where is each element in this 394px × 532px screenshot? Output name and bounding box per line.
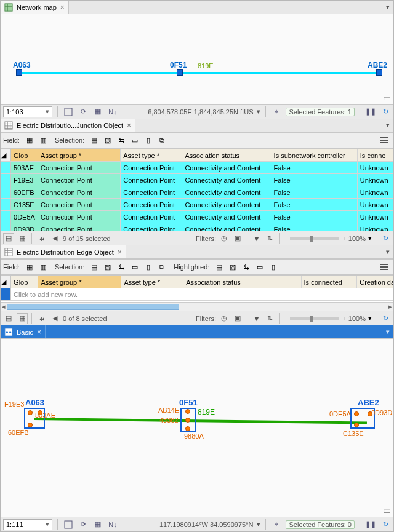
zoom-plus[interactable]: + [342, 315, 345, 322]
close-icon[interactable]: × [118, 248, 122, 256]
pan-tool-icon[interactable] [63, 106, 74, 117]
close-icon[interactable]: × [37, 328, 41, 336]
diag-point[interactable] [28, 410, 33, 415]
close-icon[interactable]: × [60, 3, 65, 12]
panel-menu-caret[interactable]: ▾ [382, 325, 393, 338]
copy-sel-icon[interactable]: ⧉ [156, 261, 168, 273]
pause-icon[interactable]: ❚❚ [365, 519, 376, 530]
refresh-icon[interactable]: ↻ [380, 106, 391, 117]
col-assoc-status[interactable]: Association status [183, 276, 301, 288]
map-node-b[interactable] [177, 69, 183, 76]
first-record-icon[interactable]: ⏮ [36, 313, 47, 324]
map-node-c[interactable] [376, 69, 382, 76]
filter-funnel-icon[interactable]: ▼ [251, 313, 262, 324]
grid-tool-icon[interactable]: ▦ [92, 106, 103, 117]
table-row[interactable]: C135EConnection PointConnection PointCon… [1, 199, 394, 211]
diag-point[interactable] [354, 423, 359, 427]
hl1-icon[interactable]: ▤ [213, 261, 225, 273]
col-is-connected[interactable]: Is connected [301, 276, 357, 288]
hl4-icon[interactable]: ▭ [254, 261, 266, 273]
add-row-placeholder[interactable]: Click to add new row. [11, 288, 393, 301]
diag-point[interactable] [185, 426, 190, 431]
selection-anchor-icon[interactable]: ⌖ [271, 519, 282, 530]
north-icon[interactable]: N↓ [107, 106, 118, 117]
delete-sel-icon[interactable]: ▯ [142, 134, 155, 146]
menu-icon[interactable] [377, 133, 391, 147]
zoom-slider[interactable] [290, 237, 339, 240]
show-sel-icon[interactable]: ▦ [17, 233, 28, 244]
tab-edge-table[interactable]: Electric Distribution Edge Object × [1, 245, 126, 258]
hl2-icon[interactable]: ▧ [227, 261, 239, 273]
col-asset-group[interactable]: Asset group * [38, 149, 121, 162]
diag-point[interactable] [185, 409, 190, 414]
zoom-minus[interactable]: − [284, 235, 287, 242]
show-all-icon[interactable]: ▤ [3, 313, 14, 324]
zoom-minus[interactable]: − [284, 315, 287, 322]
filter-extent-icon[interactable]: ▣ [232, 313, 243, 324]
hl5-icon[interactable]: ▯ [267, 261, 279, 273]
clear-sel-icon[interactable]: ▭ [129, 261, 141, 273]
hl3-icon[interactable]: ⇆ [240, 261, 252, 273]
zoom-to-sel-icon[interactable]: ▧ [102, 134, 114, 146]
sort-icon[interactable]: ⇅ [265, 233, 276, 244]
table-row[interactable]: 0D93DConnection PointConnection PointCon… [1, 223, 394, 231]
prev-record-icon[interactable]: ◀ [49, 313, 60, 324]
bookmark-icon[interactable]: ▭ [383, 93, 391, 103]
panel-menu-caret[interactable]: ▾ [382, 1, 393, 14]
chevron-down-icon[interactable]: ▾ [368, 234, 372, 242]
selected-features-label[interactable]: Selected Features: 1 [286, 108, 355, 116]
col-assoc-status[interactable]: Association status [182, 149, 271, 162]
menu-icon[interactable] [377, 260, 391, 274]
first-record-icon[interactable]: ⏮ [36, 233, 47, 244]
filter-funnel-icon[interactable]: ▼ [251, 233, 262, 244]
grid-tool-icon[interactable]: ▦ [92, 519, 103, 530]
row-marker-header[interactable]: ◢ [1, 149, 11, 162]
map-node-a[interactable] [16, 69, 22, 76]
col-asset-type[interactable]: Asset type * [121, 149, 182, 162]
tab-diagram[interactable]: Basic × [1, 325, 46, 338]
col-asset-group[interactable]: Asset group * [38, 276, 121, 288]
field-calc-icon[interactable]: ▥ [37, 261, 49, 273]
copy-sel-icon[interactable]: ⧉ [156, 134, 168, 146]
edge-table[interactable]: ◢ Glob Asset group * Asset type * Associ… [1, 275, 393, 302]
diag-point[interactable] [185, 418, 190, 423]
delete-sel-icon[interactable]: ▯ [142, 261, 155, 273]
diag-point[interactable] [354, 411, 359, 416]
diag-point[interactable] [28, 423, 33, 427]
bookmark-icon[interactable]: ▭ [383, 506, 391, 515]
refresh-icon[interactable]: ↻ [380, 233, 391, 244]
panel-menu-caret[interactable]: ▾ [382, 119, 393, 132]
table-row[interactable]: 503AEConnection PointConnection PointCon… [1, 162, 394, 174]
col-glob[interactable]: Glob [11, 149, 38, 162]
refresh-icon[interactable]: ↻ [380, 519, 391, 530]
filter-extent-icon[interactable]: ▣ [232, 233, 243, 244]
table-row[interactable]: 0DE5AConnection PointConnection PointCon… [1, 211, 394, 223]
prev-record-icon[interactable]: ◀ [49, 233, 60, 244]
col-creation-date[interactable]: Creation date [357, 276, 393, 288]
col-glob[interactable]: Glob [11, 276, 38, 288]
rotate-tool-icon[interactable]: ⟳ [78, 106, 89, 117]
close-icon[interactable]: × [127, 121, 131, 130]
hscrollbar[interactable]: ◂▸ [1, 302, 393, 311]
chevron-down-icon[interactable]: ▾ [257, 520, 260, 528]
chevron-down-icon[interactable]: ▾ [257, 108, 260, 116]
pan-tool-icon[interactable] [63, 519, 74, 530]
switch-sel-icon[interactable]: ⇆ [115, 134, 127, 146]
table-row[interactable]: 60EFBConnection PointConnection PointCon… [1, 186, 394, 199]
field-add-icon[interactable]: ▦ [23, 134, 36, 146]
row-marker-header[interactable]: ◢ [1, 276, 11, 288]
north-icon[interactable]: N↓ [107, 519, 118, 530]
pause-icon[interactable]: ❚❚ [365, 106, 376, 117]
junction-table[interactable]: ◢ Glob Asset group * Asset type * Associ… [1, 148, 393, 231]
col-subnet-ctrl[interactable]: Is subnetwork controller [271, 149, 357, 162]
panel-menu-caret[interactable]: ▾ [382, 245, 393, 258]
field-calc-icon[interactable]: ▥ [37, 134, 49, 146]
filter-time-icon[interactable]: ◷ [219, 233, 230, 244]
selection-anchor-icon[interactable]: ⌖ [271, 106, 282, 117]
zoom-to-sel-icon[interactable]: ▧ [102, 261, 114, 273]
rotate-tool-icon[interactable]: ⟳ [78, 519, 89, 530]
filter-time-icon[interactable]: ◷ [219, 313, 230, 324]
tab-network-map[interactable]: Network map × [1, 1, 69, 14]
sort-icon[interactable]: ⇅ [265, 313, 276, 324]
refresh-icon[interactable]: ↻ [380, 313, 391, 324]
